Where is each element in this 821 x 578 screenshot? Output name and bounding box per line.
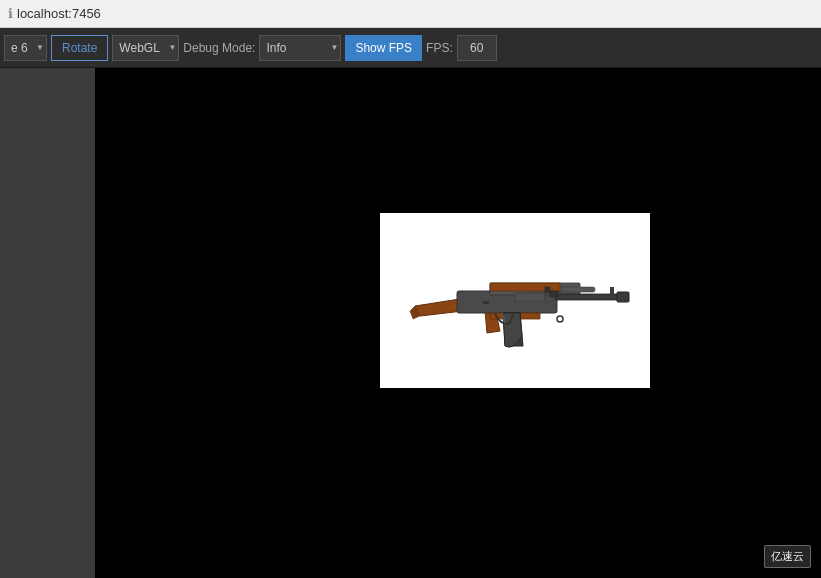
info-icon: ℹ <box>8 6 13 21</box>
toolbar: e 6 e 5 Rotate WebGL Canvas Debug Mode: … <box>0 28 821 68</box>
watermark: 亿速云 <box>764 545 811 568</box>
scene-select[interactable]: e 6 e 5 <box>4 35 47 61</box>
model-display <box>380 213 650 388</box>
renderer-select[interactable]: WebGL Canvas <box>112 35 179 61</box>
url-text: localhost:7456 <box>17 6 101 21</box>
renderer-select-wrapper[interactable]: WebGL Canvas <box>112 35 179 61</box>
main-content: 亿速云 <box>0 68 821 578</box>
scene-select-wrapper[interactable]: e 6 e 5 <box>4 35 47 61</box>
svg-rect-3 <box>617 292 629 302</box>
debug-mode-label: Debug Mode: <box>183 41 255 55</box>
svg-rect-11 <box>515 293 545 301</box>
address-bar: ℹ localhost:7456 <box>0 0 821 28</box>
svg-rect-4 <box>610 287 614 295</box>
show-fps-button[interactable]: Show FPS <box>345 35 422 61</box>
gun-svg <box>395 231 635 371</box>
svg-point-10 <box>557 316 563 322</box>
debug-select[interactable]: Info None Wireframe <box>259 35 341 61</box>
rotate-button[interactable]: Rotate <box>51 35 108 61</box>
svg-rect-6 <box>550 291 558 297</box>
svg-rect-8 <box>483 301 489 304</box>
fps-input[interactable] <box>457 35 497 61</box>
debug-select-wrapper[interactable]: Info None Wireframe <box>259 35 341 61</box>
svg-rect-9 <box>545 287 550 293</box>
sidebar <box>0 68 95 578</box>
canvas-area: 亿速云 <box>95 68 821 578</box>
fps-label: FPS: <box>426 41 453 55</box>
